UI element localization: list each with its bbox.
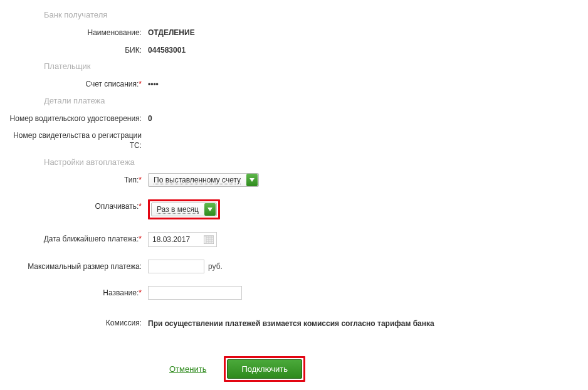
submit-button[interactable]: Подключить bbox=[227, 359, 302, 379]
section-auto: Настройки автоплатежа bbox=[0, 154, 588, 171]
value-name: ОТДЕЛЕНИЕ bbox=[144, 26, 195, 37]
submit-highlight: Подключить bbox=[224, 356, 305, 382]
label-reg: Номер свидетельства о регистрации ТС: bbox=[0, 129, 144, 150]
chevron-down-icon bbox=[204, 203, 216, 216]
rub-label: руб. bbox=[204, 262, 223, 271]
cancel-link[interactable]: Отменить bbox=[169, 364, 206, 374]
section-bank: Банк получателя bbox=[0, 6, 588, 23]
value-account: •••• bbox=[144, 77, 159, 88]
type-select[interactable]: По выставленному счету bbox=[148, 173, 259, 187]
date-input[interactable]: 18.03.2017 bbox=[148, 232, 217, 247]
pay-select-text: Раз в месяц bbox=[152, 205, 204, 214]
label-pay: Оплачивать:* bbox=[0, 199, 144, 212]
label-date: Дата ближайшего платежа:* bbox=[0, 232, 144, 245]
value-license: 0 bbox=[144, 112, 152, 123]
calendar-icon[interactable] bbox=[204, 235, 214, 244]
label-name: Наименование: bbox=[0, 26, 144, 38]
row-title: Название:* bbox=[0, 283, 588, 302]
row-date: Дата ближайшего платежа:* 18.03.2017 bbox=[0, 229, 588, 250]
date-value: 18.03.2017 bbox=[152, 235, 190, 244]
label-type: Тип:* bbox=[0, 173, 144, 186]
row-account: Счет списания:* •••• bbox=[0, 75, 588, 92]
label-license: Номер водительского удостоверения: bbox=[0, 112, 144, 124]
label-title: Название:* bbox=[0, 286, 144, 298]
label-commission: Комиссия: bbox=[0, 316, 144, 329]
row-type: Тип:* По выставленному счету bbox=[0, 171, 588, 189]
row-license: Номер водительского удостоверения: 0 bbox=[0, 109, 588, 127]
row-bik: БИК: 044583001 bbox=[0, 41, 588, 58]
section-payer: Плательщик bbox=[0, 58, 588, 75]
actions-row: Отменить Подключить bbox=[0, 356, 588, 382]
row-max: Максимальный размер платежа: руб. bbox=[0, 257, 588, 276]
max-input[interactable] bbox=[148, 260, 204, 273]
label-max: Максимальный размер платежа: bbox=[0, 260, 144, 272]
row-name: Наименование: ОТДЕЛЕНИЕ bbox=[0, 23, 588, 41]
label-account: Счет списания:* bbox=[0, 77, 144, 90]
value-reg bbox=[144, 129, 148, 131]
pay-highlight: Раз в месяц bbox=[148, 199, 220, 219]
value-commission: При осуществлении платежей взимается ком… bbox=[144, 316, 434, 329]
section-details: Детали платежа bbox=[0, 92, 588, 109]
row-commission: Комиссия: При осуществлении платежей взи… bbox=[0, 314, 588, 332]
type-select-text: По выставленному счету bbox=[149, 176, 246, 184]
row-reg: Номер свидетельства о регистрации ТС: bbox=[0, 126, 588, 153]
title-input[interactable] bbox=[148, 286, 242, 300]
row-pay: Оплачивать:* Раз в месяц bbox=[0, 197, 588, 222]
chevron-down-icon bbox=[246, 174, 258, 186]
value-bik: 044583001 bbox=[144, 43, 186, 55]
pay-select[interactable]: Раз в месяц bbox=[151, 203, 217, 216]
label-bik: БИК: bbox=[0, 43, 144, 56]
